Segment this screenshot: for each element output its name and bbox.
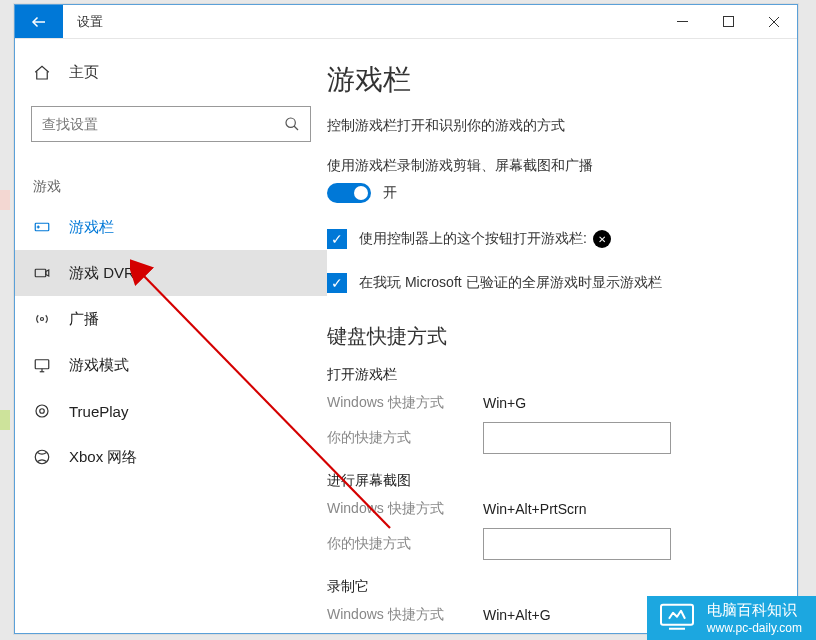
windows-shortcut-label: Windows 快捷方式 bbox=[327, 500, 483, 518]
shortcut-title: 进行屏幕截图 bbox=[327, 472, 789, 490]
svg-rect-21 bbox=[661, 605, 693, 625]
toggle-row: 开 bbox=[327, 183, 789, 203]
sidebar-item-label: Xbox 网络 bbox=[69, 448, 137, 467]
svg-rect-10 bbox=[35, 269, 46, 277]
shortcut-block-screenshot: 进行屏幕截图 Windows 快捷方式 Win+Alt+PrtScrn 你的快捷… bbox=[327, 472, 789, 560]
game-bar-toggle[interactable] bbox=[327, 183, 371, 203]
sidebar-item-trueplay[interactable]: TruePlay bbox=[15, 388, 327, 434]
shortcut-row: Windows 快捷方式 Win+Alt+PrtScrn bbox=[327, 500, 789, 518]
sidebar-item-game-mode[interactable]: 游戏模式 bbox=[15, 342, 327, 388]
toggle-label: 使用游戏栏录制游戏剪辑、屏幕截图和广播 bbox=[327, 157, 789, 175]
broadcast-icon bbox=[33, 310, 51, 328]
sidebar-item-label: TruePlay bbox=[69, 403, 128, 420]
search-input[interactable] bbox=[32, 116, 274, 132]
checkbox-label: 在我玩 Microsoft 已验证的全屏游戏时显示游戏栏 bbox=[359, 274, 662, 292]
back-button[interactable] bbox=[15, 5, 63, 38]
fullscreen-checkbox[interactable]: ✓ bbox=[327, 273, 347, 293]
sidebar-item-game-dvr[interactable]: 游戏 DVR bbox=[15, 250, 327, 296]
titlebar: 设置 bbox=[15, 5, 797, 39]
dvr-icon bbox=[33, 264, 51, 282]
your-shortcut-label: 你的快捷方式 bbox=[327, 429, 483, 447]
svg-point-18 bbox=[35, 450, 49, 464]
sidebar-item-label: 游戏栏 bbox=[69, 218, 114, 237]
sidebar-item-label: 广播 bbox=[69, 310, 99, 329]
game-bar-icon bbox=[33, 218, 51, 236]
shortcut-block-open-game-bar: 打开游戏栏 Windows 快捷方式 Win+G 你的快捷方式 bbox=[327, 366, 789, 454]
home-icon bbox=[33, 64, 51, 82]
window-title: 设置 bbox=[63, 5, 117, 38]
minimize-icon bbox=[677, 16, 688, 27]
toggle-state-text: 开 bbox=[383, 184, 397, 202]
bg-decoration bbox=[0, 190, 10, 210]
svg-point-17 bbox=[40, 409, 45, 414]
your-shortcut-input[interactable] bbox=[483, 422, 671, 454]
shortcut-row: Windows 快捷方式 Win+G bbox=[327, 394, 789, 412]
home-button[interactable]: 主页 bbox=[15, 53, 327, 92]
search-box[interactable] bbox=[31, 106, 311, 142]
sidebar-item-label: 游戏 DVR bbox=[69, 264, 135, 283]
svg-point-5 bbox=[286, 118, 295, 127]
shortcut-row: 你的快捷方式 bbox=[327, 422, 789, 454]
settings-window: 设置 主页 bbox=[14, 4, 798, 634]
minimize-button[interactable] bbox=[659, 5, 705, 38]
sidebar-item-game-bar[interactable]: 游戏栏 bbox=[15, 204, 327, 250]
svg-point-16 bbox=[36, 405, 48, 417]
page-title: 游戏栏 bbox=[327, 61, 789, 99]
window-body: 主页 游戏 游戏栏 游戏 DVR bbox=[15, 39, 797, 633]
controller-checkbox[interactable]: ✓ bbox=[327, 229, 347, 249]
trueplay-icon bbox=[33, 402, 51, 420]
windows-shortcut-label: Windows 快捷方式 bbox=[327, 394, 483, 412]
your-shortcut-label: 你的快捷方式 bbox=[327, 535, 483, 553]
arrow-left-icon bbox=[30, 13, 48, 31]
svg-line-6 bbox=[294, 126, 298, 130]
sidebar-item-broadcast[interactable]: 广播 bbox=[15, 296, 327, 342]
titlebar-drag-region[interactable] bbox=[117, 5, 659, 38]
svg-point-12 bbox=[41, 318, 44, 321]
watermark-icon bbox=[659, 601, 695, 636]
section-header: 游戏 bbox=[15, 150, 327, 204]
window-controls bbox=[659, 5, 797, 38]
shortcut-value: Win+Alt+PrtScrn bbox=[483, 501, 789, 517]
xbox-network-icon bbox=[33, 448, 51, 466]
your-shortcut-input[interactable] bbox=[483, 528, 671, 560]
content-area: 游戏栏 控制游戏栏打开和识别你的游戏的方式 使用游戏栏录制游戏剪辑、屏幕截图和广… bbox=[327, 39, 797, 633]
sidebar-item-label: 游戏模式 bbox=[69, 356, 129, 375]
bg-decoration bbox=[0, 410, 10, 430]
windows-shortcut-label: Windows 快捷方式 bbox=[327, 606, 483, 624]
search-icon bbox=[274, 116, 310, 132]
xbox-controller-icon bbox=[593, 230, 611, 248]
checkbox-label: 使用控制器上的这个按钮打开游戏栏: bbox=[359, 230, 611, 248]
watermark: 电脑百科知识 www.pc-daily.com bbox=[647, 596, 816, 640]
svg-rect-2 bbox=[723, 17, 733, 27]
shortcut-row: 你的快捷方式 bbox=[327, 528, 789, 560]
shortcut-value: Win+G bbox=[483, 395, 789, 411]
shortcuts-heading: 键盘快捷方式 bbox=[327, 323, 789, 350]
svg-marker-11 bbox=[46, 270, 49, 276]
close-button[interactable] bbox=[751, 5, 797, 38]
svg-rect-13 bbox=[35, 360, 49, 369]
maximize-icon bbox=[723, 16, 734, 27]
shortcut-title: 打开游戏栏 bbox=[327, 366, 789, 384]
close-icon bbox=[768, 16, 780, 28]
checkbox-row-fullscreen: ✓ 在我玩 Microsoft 已验证的全屏游戏时显示游戏栏 bbox=[327, 273, 789, 293]
checkbox-row-controller: ✓ 使用控制器上的这个按钮打开游戏栏: bbox=[327, 229, 789, 249]
shortcut-title: 录制它 bbox=[327, 578, 789, 596]
watermark-title: 电脑百科知识 bbox=[707, 600, 797, 620]
home-label: 主页 bbox=[69, 63, 99, 82]
game-mode-icon bbox=[33, 356, 51, 374]
toggle-knob bbox=[354, 186, 368, 200]
page-description: 控制游戏栏打开和识别你的游戏的方式 bbox=[327, 117, 789, 135]
sidebar: 主页 游戏 游戏栏 游戏 DVR bbox=[15, 39, 327, 633]
watermark-url: www.pc-daily.com bbox=[707, 620, 802, 636]
sidebar-item-xbox-network[interactable]: Xbox 网络 bbox=[15, 434, 327, 480]
maximize-button[interactable] bbox=[705, 5, 751, 38]
